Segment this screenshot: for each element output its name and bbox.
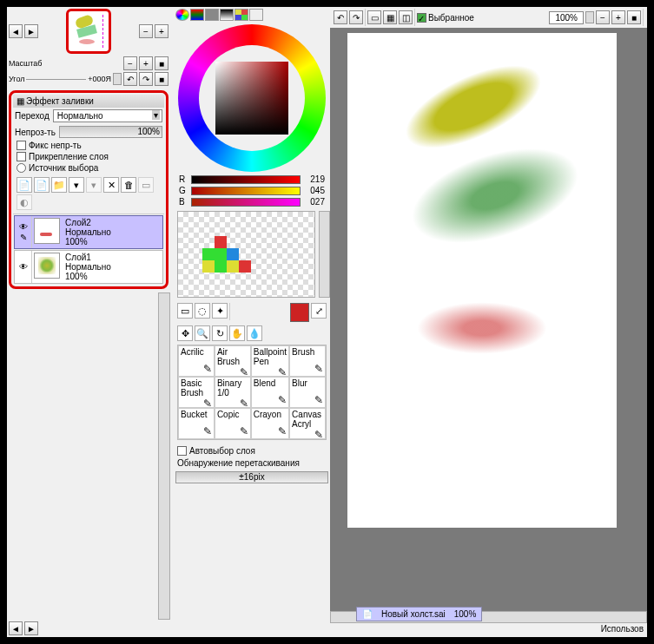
palette-scroll[interactable]: [319, 211, 330, 298]
brush-cell[interactable]: Ballpoint Pen✎: [251, 345, 289, 377]
preview-plus[interactable]: +: [155, 24, 168, 38]
transfer-down-icon[interactable]: ▾: [69, 177, 84, 193]
rect-select-icon[interactable]: ▭: [177, 303, 193, 319]
layer-info: Слой2Нормально100%: [62, 216, 115, 248]
magic-wand-icon[interactable]: ✦: [212, 303, 228, 319]
palette-icon[interactable]: [235, 9, 248, 21]
selection-source-label: Источник выбора: [29, 163, 98, 173]
canvas-zoom-field[interactable]: 100%: [549, 11, 584, 24]
doc-name: Новый холст.sai: [381, 609, 446, 619]
opacity-slider[interactable]: 100%: [59, 126, 162, 138]
blend-mode-combo[interactable]: Нормально: [53, 109, 162, 122]
brush-cell[interactable]: Blur✎: [289, 377, 326, 408]
b-slider[interactable]: [191, 198, 301, 207]
b-value: 027: [304, 197, 325, 207]
deselect-icon[interactable]: ▭: [367, 10, 381, 24]
new-linework-icon[interactable]: 📄: [34, 177, 50, 193]
canvas-zoom-out[interactable]: −: [596, 10, 610, 24]
r-value: 219: [304, 174, 325, 184]
r-slider[interactable]: [191, 175, 301, 184]
delete-layer-icon[interactable]: 🗑: [121, 177, 136, 193]
hand-icon[interactable]: ✋: [229, 325, 245, 341]
move-icon[interactable]: ✥: [177, 325, 193, 341]
sv-picker[interactable]: [215, 62, 288, 135]
attach-layer-check[interactable]: [17, 152, 26, 161]
brush-icon: ✎: [203, 363, 212, 375]
undo-icon[interactable]: ↶: [334, 10, 347, 24]
rgb-bars-icon[interactable]: [190, 9, 204, 21]
show-sel-icon[interactable]: ◫: [399, 10, 413, 24]
preview-minus[interactable]: −: [139, 24, 153, 38]
document-tab[interactable]: 📄 Новый холст.sai 100%: [356, 607, 482, 621]
brush-cell[interactable]: Bucket✎: [178, 408, 215, 439]
layer-item[interactable]: 👁✎ Слой2Нормально100%: [14, 215, 163, 249]
pen-icon: ✎: [20, 233, 27, 242]
color-wheel-icon[interactable]: [175, 9, 189, 21]
brush-cell[interactable]: Basic Brush✎: [178, 377, 215, 408]
brush-cell[interactable]: Acrilic✎: [178, 345, 215, 377]
invert-sel-icon[interactable]: ▦: [383, 10, 397, 24]
brush-cell[interactable]: Blend✎: [251, 377, 289, 408]
zoom-icon[interactable]: 🔍: [195, 325, 210, 341]
brush-cell[interactable]: Brush✎: [289, 345, 326, 377]
selected-check[interactable]: ✓: [417, 13, 426, 23]
fix-opacity-check[interactable]: [17, 141, 26, 150]
canvas-preview[interactable]: [66, 9, 111, 54]
angle-value: +000Я: [88, 75, 111, 83]
brush-cell[interactable]: Binary 1/0✎: [215, 377, 251, 408]
merge-down-icon[interactable]: ▾: [86, 177, 102, 193]
drag-detect-slider[interactable]: ±16pix: [175, 471, 328, 483]
lasso-icon[interactable]: ◌: [195, 303, 210, 319]
current-color[interactable]: [290, 303, 309, 322]
zoom-out[interactable]: −: [123, 56, 137, 70]
brush-icon: ✎: [314, 394, 323, 406]
rotate-ccw[interactable]: ↶: [123, 72, 137, 86]
fill-title-text: Эффект заливки: [26, 96, 94, 106]
palette-grid[interactable]: [177, 211, 315, 298]
brush-cell[interactable]: Crayon✎: [251, 408, 289, 439]
canvas-toolbar: ↶ ↷ ▭ ▦ ◫ ✓ Выбранное 100% − + ■: [330, 7, 647, 28]
fill-effect-panel: ▦ Эффект заливки Переход Нормально Непро…: [9, 90, 168, 289]
left-nav-prev[interactable]: ◄: [9, 621, 23, 635]
flatten-icon[interactable]: ▭: [138, 177, 154, 193]
swap-color-icon[interactable]: ⤢: [311, 303, 327, 319]
new-folder-icon[interactable]: 📁: [51, 177, 67, 193]
zoom-fit[interactable]: ■: [155, 56, 168, 70]
angle-spinner[interactable]: [113, 73, 122, 85]
auto-select-check[interactable]: [177, 446, 187, 456]
canvas-zoom-in[interactable]: +: [611, 10, 625, 24]
g-label: G: [179, 186, 188, 195]
new-layer-icon[interactable]: 📄: [17, 177, 32, 193]
brush-icon: ✎: [314, 429, 323, 441]
rotate-icon[interactable]: ↻: [212, 325, 228, 341]
canvas[interactable]: [347, 33, 617, 528]
layer-item[interactable]: 👁 Слой1Нормально100%: [14, 250, 163, 284]
blend-label: Переход: [15, 111, 50, 121]
color-wheel[interactable]: [178, 24, 326, 172]
eyedropper-icon[interactable]: 💧: [247, 325, 262, 341]
brush-cell[interactable]: Copic✎: [215, 408, 251, 439]
angle-reset[interactable]: ■: [155, 72, 168, 86]
zoom-in[interactable]: +: [139, 56, 153, 70]
nav-prev-doc[interactable]: ◄: [9, 24, 23, 38]
mask-icon[interactable]: ◐: [17, 194, 32, 210]
canvas-zoom-fit[interactable]: ■: [627, 10, 641, 24]
clear-layer-icon[interactable]: ✕: [103, 177, 119, 193]
gray-icon[interactable]: [220, 9, 234, 21]
left-scrollbar[interactable]: [158, 292, 170, 620]
g-slider[interactable]: [191, 187, 301, 195]
left-nav-next[interactable]: ►: [24, 621, 38, 635]
redo-icon[interactable]: ↷: [349, 10, 363, 24]
scratchpad-icon[interactable]: [249, 9, 263, 21]
nav-next-doc[interactable]: ►: [24, 24, 38, 38]
eye-icon[interactable]: 👁: [19, 262, 28, 272]
eye-icon[interactable]: 👁: [19, 222, 28, 232]
brush-cell[interactable]: Air Brush✎: [215, 345, 251, 377]
brush-cell[interactable]: Canvas Acryl✎: [289, 408, 326, 439]
zoom-spinner[interactable]: [585, 11, 594, 23]
attach-layer-label: Прикрепление слоя: [29, 152, 109, 161]
selection-source-radio[interactable]: [17, 163, 26, 173]
b-label: B: [179, 197, 188, 207]
hsv-icon[interactable]: [205, 9, 219, 21]
rotate-cw[interactable]: ↷: [139, 72, 153, 86]
